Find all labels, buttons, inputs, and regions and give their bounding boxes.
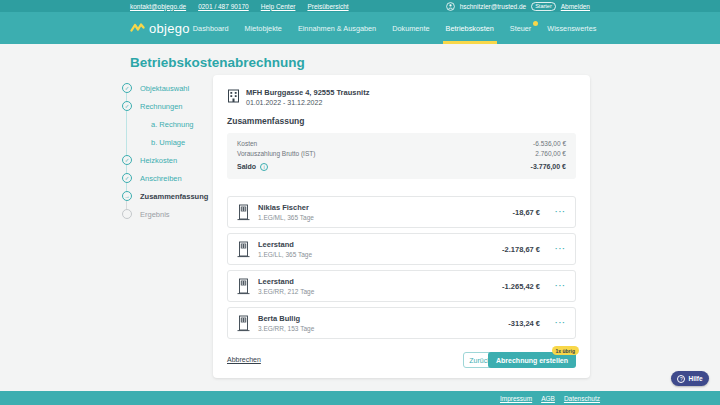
summary-row-vorauszahlung: Vorauszahlung Brutto (IST) 2.760,00 € [237,149,566,159]
step-heizkosten[interactable]: ✓ Heizkosten [122,151,227,169]
building-icon [227,89,240,106]
billing-period: 01.01.2022 - 31.12.2022 [246,99,369,106]
tenant-unit: 3.EG/RR, 212 Tage [258,288,314,295]
step-rechnung-sub[interactable]: a. Rechnung [122,115,227,133]
privacy-link[interactable]: Datenschutz [564,395,600,402]
nav-item-betriebskosten[interactable]: Betriebskosten [443,12,497,44]
tenant-unit: 1.EG/ML, 365 Tage [258,214,314,221]
door-icon [237,315,250,332]
footer-bar: Impressum AGB Datenschutz [0,391,720,405]
step-anschreiben[interactable]: ✓ Anschreiben [122,169,227,187]
quota-badge: 1x übrig [552,346,579,355]
phone-link[interactable]: 0201 / 487 90170 [198,3,249,10]
door-icon [237,241,250,258]
door-icon [237,278,250,295]
nav-list: Dashboard Mietobjekte Einnahmen & Ausgab… [190,12,600,44]
row-menu-icon[interactable]: ··· [555,245,566,253]
step-zusammenfassung[interactable]: → Zusammenfassung [122,187,227,205]
main-nav: objego Dashboard Mietobjekte Einnahmen &… [0,12,720,44]
nav-item-einnahmen-ausgaben[interactable]: Einnahmen & Ausgaben [295,12,379,44]
utility-bar: kontakt@objego.de 0201 / 487 90170 Help … [0,0,720,12]
logo-zigzag-icon [130,22,145,34]
summary-row-kosten: Kosten -6.536,00 € [237,139,566,149]
tenant-row: Leerstand 3.EG/RR, 212 Tage -1.265,42 € … [227,270,576,302]
check-circle-icon: ✓ [122,173,132,183]
step-umlage-sub[interactable]: b. Umlage [122,133,227,151]
tenant-unit: 3.EG/RR, 153 Tage [258,325,314,332]
check-circle-icon: ✓ [122,83,132,93]
wizard-stepper: ✓ Objektauswahl ✓ Rechnungen a. Rechnung… [122,79,227,223]
step-rechnungen[interactable]: ✓ Rechnungen [122,97,227,115]
property-header: MFH Burggasse 4, 92555 Trausnitz 01.01.2… [227,88,369,106]
row-menu-icon[interactable]: ··· [555,282,566,290]
property-name: MFH Burggasse 4, 92555 Trausnitz [246,88,369,97]
tenant-name: Berta Bullig [258,314,314,323]
door-icon [237,204,250,221]
check-circle-icon: ✓ [122,155,132,165]
tenant-amount: -313,24 € [508,319,540,328]
nav-item-mietobjekte[interactable]: Mietobjekte [242,12,285,44]
imprint-link[interactable]: Impressum [500,395,532,402]
logout-link[interactable]: Abmelden [561,3,590,10]
pricing-link[interactable]: Preisübersicht [307,3,348,10]
contact-email-link[interactable]: kontakt@objego.de [130,3,186,10]
nav-item-steuer[interactable]: Steuer [507,12,535,44]
nav-item-dokumente[interactable]: Dokumente [389,12,432,44]
question-mark-icon: ? [677,375,685,383]
summary-card: MFH Burggasse 4, 92555 Trausnitz 01.01.2… [213,75,590,378]
create-statement-button[interactable]: Abrechnung erstellen 1x übrig [488,352,576,368]
empty-circle-icon [122,209,132,219]
terms-link[interactable]: AGB [541,395,555,402]
tenant-row: Berta Bullig 3.EG/RR, 153 Tage -313,24 €… [227,307,576,339]
tenant-name: Leerstand [258,240,312,249]
help-button[interactable]: ? Hilfe [671,371,709,386]
user-icon [446,2,455,11]
info-icon[interactable]: i [260,163,268,171]
check-circle-icon: ✓ [122,101,132,111]
summary-row-saldo: Saldo i -3.776,00 € [237,162,566,172]
tenant-row: Leerstand 1.EG/LL, 365 Tage -2.178,67 € … [227,233,576,265]
tenant-name: Leerstand [258,277,314,286]
summary-box: Kosten -6.536,00 € Vorauszahlung Brutto … [227,133,576,179]
cancel-link[interactable]: Abbrechen [227,356,261,363]
step-ergebnis[interactable]: Ergebnis [122,205,227,223]
nav-item-dashboard[interactable]: Dashboard [190,12,232,44]
page-title: Betriebskostenabrechnung [130,55,305,70]
brand-logo[interactable]: objego [130,12,190,44]
tenant-row: Niklas Fischer 1.EG/ML, 365 Tage -18,67 … [227,196,576,228]
brand-name: objego [149,21,190,36]
plan-badge: Starter [531,2,556,11]
row-menu-icon[interactable]: ··· [555,319,566,327]
nav-item-wissenswertes[interactable]: Wissenswertes [544,12,599,44]
user-email: hschnitzler@trusted.de [460,3,527,10]
tenant-amount: -18,67 € [512,208,540,217]
help-center-link[interactable]: Help Center [261,3,296,10]
tenant-amount: -2.178,67 € [502,245,540,254]
notification-dot [533,21,538,26]
tenant-name: Niklas Fischer [258,203,314,212]
section-title: Zusammenfassung [227,116,304,126]
step-objektauswahl[interactable]: ✓ Objektauswahl [122,79,227,97]
tenant-amount: -1.265,42 € [502,282,540,291]
app-screen: kontakt@objego.de 0201 / 487 90170 Help … [0,0,720,405]
tenant-unit: 1.EG/LL, 365 Tage [258,251,312,258]
arrow-circle-icon: → [122,191,132,201]
row-menu-icon[interactable]: ··· [555,208,566,216]
